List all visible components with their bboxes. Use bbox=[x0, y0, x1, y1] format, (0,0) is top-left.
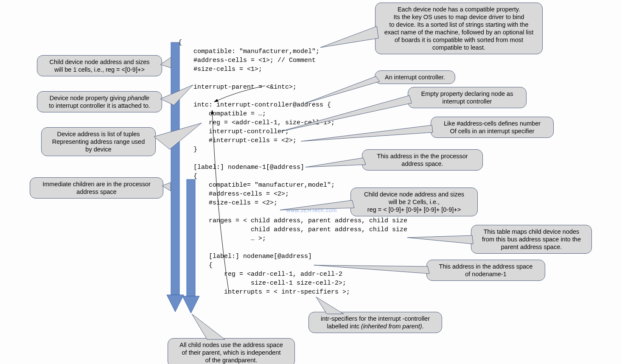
text: This table maps child device nodesfrom t… bbox=[482, 228, 581, 250]
text: Device address is list of tuplesRepresen… bbox=[52, 131, 145, 153]
watermark: www.JEHTech.com bbox=[286, 207, 337, 213]
callout-processor-address: This address in the the processoraddress… bbox=[362, 149, 483, 171]
callout-interrupt-cells: Like #address-cells defines numberOf cel… bbox=[431, 117, 554, 138]
text-em: (inherited from parent) bbox=[361, 323, 422, 330]
callout-ranges-map: This table maps child device nodesfrom t… bbox=[471, 225, 592, 254]
callout-immediate-children: Immediate children are in the processora… bbox=[30, 177, 163, 199]
text: This address in the the processoraddress… bbox=[377, 153, 468, 167]
callout-intr-specifiers: intr-specifiers for the interrupt -contr… bbox=[308, 312, 442, 333]
text: Empty property declaring node asinterrup… bbox=[421, 90, 513, 105]
text: Each device node has a compatible proper… bbox=[384, 6, 533, 51]
text: This address in the address spaceof node… bbox=[439, 263, 533, 277]
text-em: phandle bbox=[128, 95, 150, 101]
callout-nodename1-address: This address in the address spaceof node… bbox=[426, 260, 545, 281]
tail-allchild bbox=[192, 314, 225, 339]
text: Like #address-cells defines numberOf cel… bbox=[444, 120, 541, 134]
callout-child-1-cells: Child device node address and sizeswill … bbox=[37, 55, 162, 76]
callout-phandle: Device node property giving phandleto in… bbox=[37, 91, 162, 112]
text-pre: Device node property giving bbox=[50, 95, 128, 101]
callout-all-child-nodes: All child nodes use the address spaceof … bbox=[168, 338, 295, 364]
svg-marker-2 bbox=[167, 295, 184, 312]
callout-device-address: Device address is list of tuplesRepresen… bbox=[41, 127, 156, 156]
text: Immediate children are in the processora… bbox=[42, 181, 151, 195]
tail-immchildren bbox=[162, 182, 171, 191]
text: All child nodes use the address spaceof … bbox=[179, 342, 283, 364]
tail-intrspec bbox=[316, 297, 344, 314]
tail-ranges bbox=[407, 235, 473, 244]
text-post: . bbox=[422, 323, 424, 330]
callout-interrupt-controller: An interrupt controller. bbox=[375, 70, 455, 84]
callout-child-2-cells: Child device node address and sizeswill … bbox=[350, 188, 478, 216]
svg-marker-4 bbox=[182, 296, 199, 313]
callout-empty-property: Empty property declaring node asinterrup… bbox=[408, 87, 527, 108]
callout-compatible: Each device node has a compatible proper… bbox=[375, 3, 543, 54]
text: Child device node address and sizeswill … bbox=[364, 191, 464, 213]
text: An interrupt controller. bbox=[385, 74, 445, 81]
text-post: to interrupt controller it is attached t… bbox=[49, 102, 150, 109]
text: Child device node address and sizeswill … bbox=[49, 59, 149, 73]
